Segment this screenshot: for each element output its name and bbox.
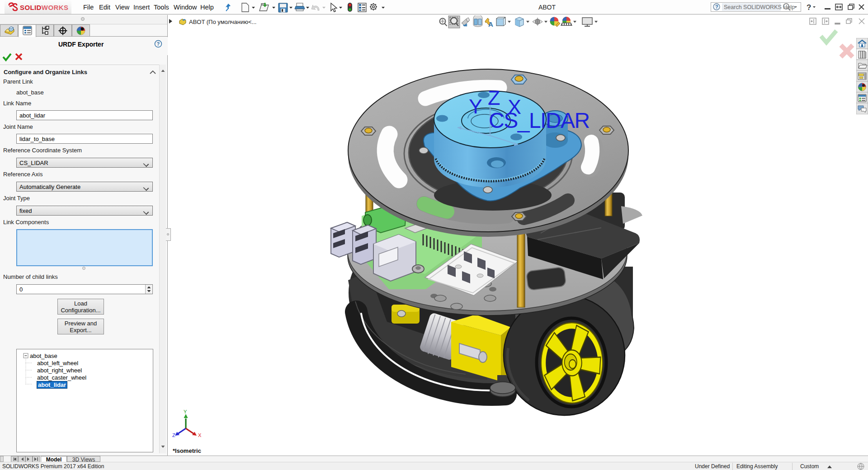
svg-text:Z: Z <box>488 86 500 109</box>
svg-text:SOLIDWORKS: SOLIDWORKS <box>20 4 68 11</box>
svg-text:?: ? <box>807 3 811 12</box>
svg-text:Y: Y <box>469 95 482 118</box>
svg-text:?: ? <box>715 4 718 9</box>
svg-text:Z: Z <box>172 432 175 438</box>
svg-text:X: X <box>198 432 202 438</box>
svg-text:Y: Y <box>184 409 187 414</box>
svg-text:?: ? <box>157 41 160 47</box>
svg-text:CS_LIDAR: CS_LIDAR <box>489 108 590 132</box>
svg-text:A: A <box>488 20 493 28</box>
